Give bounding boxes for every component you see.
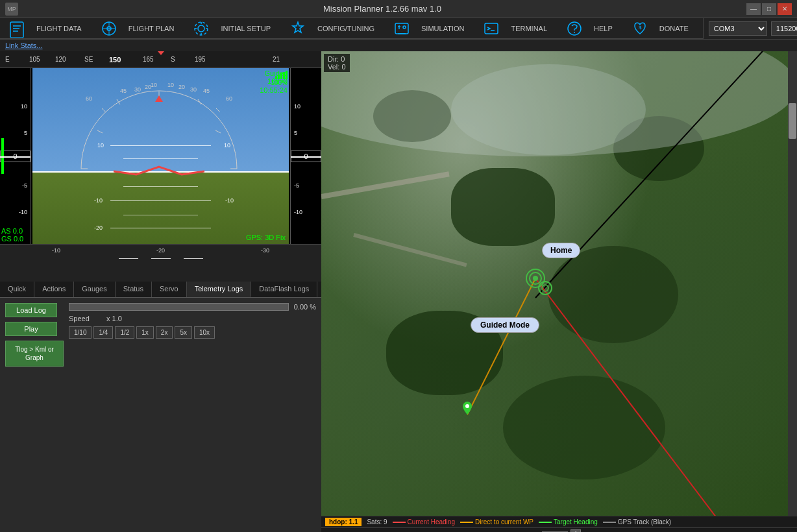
- progress-track[interactable]: [69, 303, 289, 311]
- menu-help[interactable]: HELP: [560, 17, 624, 40]
- legend-gps-track: GPS Track (Black): [603, 518, 671, 526]
- menu-flight-plan[interactable]: FLIGHT PLAN: [95, 17, 186, 40]
- svg-point-18: [403, 26, 406, 29]
- tab-status[interactable]: Status: [116, 282, 152, 297]
- load-log-button[interactable]: Load Log: [5, 303, 57, 317]
- speed-btn-1-2[interactable]: 1/2: [115, 326, 134, 339]
- pitch-neg20: [110, 228, 211, 228]
- tab-actions[interactable]: Actions: [34, 282, 74, 297]
- speed-btn-1-10[interactable]: 1/10: [69, 326, 92, 339]
- scrollbar-thumb[interactable]: [789, 103, 796, 139]
- menu-donate[interactable]: $ DONATE: [626, 17, 700, 40]
- tab-bar: Quick Actions Gauges Status Servo Teleme…: [0, 282, 321, 298]
- hdop-bar: hdop: 1.1 Sats: 9 Current Heading Direct…: [321, 516, 797, 527]
- svg-line-29: [216, 108, 220, 112]
- vel-display: Vel: 0: [328, 63, 346, 71]
- pitch-neg5: [123, 186, 198, 187]
- pitch-neg10: [110, 200, 211, 201]
- speed-btn-10x[interactable]: 10x: [194, 326, 215, 339]
- menu-label-flight-data[interactable]: FLIGHT DATA: [30, 22, 88, 35]
- menubar: FLIGHT DATA FLIGHT PLAN INITIAL SETUP CO…: [0, 18, 703, 39]
- map-scrollbar[interactable]: [788, 51, 797, 516]
- zoom-control: Zoom ▲ ▼: [521, 529, 581, 533]
- play-button[interactable]: Play: [5, 322, 57, 336]
- bottom-status-bar: 36.324384 138.639296 0.18 Tuning Auto Pa…: [321, 527, 797, 532]
- progress-percent: 0.00 %: [294, 303, 316, 311]
- tab-dataflash-logs[interactable]: DataFlash Logs: [251, 282, 317, 297]
- minimize-button[interactable]: —: [746, 3, 761, 15]
- signal-bar-2: [278, 75, 280, 79]
- signal-pct: 100%: [260, 79, 288, 86]
- speed-btn-5x[interactable]: 5x: [175, 326, 192, 339]
- menu-label-config[interactable]: CONFIG/TUNING: [311, 22, 381, 35]
- menu-label-terminal[interactable]: TERMINAL: [504, 22, 554, 35]
- pitch-label-neg10-right: -10: [225, 197, 234, 204]
- speed-btn-2x[interactable]: 2x: [156, 326, 173, 339]
- link-stats[interactable]: Link Stats...: [5, 42, 42, 49]
- tab-telemetry-logs[interactable]: Telemetry Logs: [187, 282, 252, 297]
- legend-line-current: [393, 522, 406, 523]
- svg-text:10: 10: [151, 82, 157, 88]
- h-line-1: [119, 258, 138, 259]
- donate-icon: $: [631, 19, 649, 38]
- menu-label-donate[interactable]: DONATE: [653, 22, 695, 35]
- h-line-3: [184, 258, 203, 259]
- heading-165: 165: [143, 56, 154, 63]
- heading-150: 150: [109, 56, 121, 64]
- tab-gauges[interactable]: Gauges: [74, 282, 116, 297]
- h-line-2: [151, 258, 171, 259]
- simulation-icon: [393, 19, 411, 38]
- speed-btn-1-4[interactable]: 1/4: [93, 326, 113, 339]
- com-port-select[interactable]: COM3: [709, 21, 767, 36]
- speed-btn-1x[interactable]: 1x: [136, 326, 154, 339]
- legend-current-heading: Current Heading: [393, 518, 455, 526]
- pitch-label-neg10-left: -10: [94, 197, 103, 204]
- alt-mark-10: 10: [294, 103, 300, 110]
- maximize-button[interactable]: □: [762, 3, 776, 15]
- heading-marker: [158, 51, 164, 55]
- menu-label-help[interactable]: HELP: [587, 22, 619, 35]
- map-panel: Home Guided Mode Dir: 0 Vel: 0 hdop: 1.1: [321, 51, 797, 532]
- svg-point-22: [574, 32, 575, 33]
- alt-tape: 0 10 5 -5 -10: [290, 68, 321, 244]
- close-button[interactable]: ✕: [778, 3, 792, 15]
- legend-label-target: Target Heading: [554, 518, 598, 526]
- speed-mark-neg5: -5: [22, 182, 27, 189]
- legend-label-direct: Direct to current WP: [475, 518, 533, 526]
- tlog-button[interactable]: Tlog > Kml orGraph: [5, 341, 64, 367]
- zoom-spinner: ▲ ▼: [570, 529, 581, 533]
- menu-initial-setup[interactable]: INITIAL SETUP: [187, 17, 282, 40]
- svg-point-52: [533, 276, 538, 281]
- legend-target-heading: Target Heading: [539, 518, 598, 526]
- map-area[interactable]: Home Guided Mode Dir: 0 Vel: 0: [321, 51, 797, 516]
- menu-flight-data[interactable]: FLIGHT DATA: [3, 17, 93, 40]
- signal-bar-4: [283, 72, 285, 79]
- bottom-pitch-labels: -10 -20 -30: [4, 247, 317, 254]
- menu-label-simulation[interactable]: SIMULATION: [415, 22, 471, 35]
- svg-line-48: [535, 278, 737, 516]
- tab-quick[interactable]: Quick: [0, 282, 34, 297]
- heading-tape: E 105 120 SE 150 165 S 195 21: [0, 51, 321, 68]
- instrument-bottom-strip: -10 -20 -30: [0, 244, 321, 282]
- menu-terminal[interactable]: TERMINAL: [477, 17, 559, 40]
- aircraft-symbol: [114, 162, 204, 181]
- legend-line-gps: [603, 522, 616, 523]
- svg-text:10: 10: [167, 82, 174, 88]
- instrument-display: E 105 120 SE 150 165 S 195 21 10 10: [0, 51, 321, 282]
- alt-mark-neg5: -5: [294, 182, 299, 189]
- sats-display: Sats: 9: [367, 518, 387, 526]
- config-tuning-icon: [289, 19, 307, 38]
- speed-mark-10: 10: [21, 103, 27, 110]
- tab-servo[interactable]: Servo: [152, 282, 187, 297]
- zoom-up-button[interactable]: ▲: [570, 529, 581, 533]
- speed-mark-neg10: -10: [19, 209, 27, 215]
- baud-rate-select[interactable]: 115200: [771, 21, 797, 36]
- svg-text:60: 60: [86, 95, 92, 102]
- menu-label-flight-plan[interactable]: FLIGHT PLAN: [122, 22, 181, 35]
- menu-simulation[interactable]: SIMULATION: [387, 17, 476, 40]
- menu-config-tuning[interactable]: CONFIG/TUNING: [284, 17, 386, 40]
- svg-line-34: [97, 130, 103, 133]
- initial-setup-icon: [192, 19, 210, 38]
- menu-label-initial-setup[interactable]: INITIAL SETUP: [214, 22, 277, 35]
- pitch-label-neg20-left: -20: [94, 224, 103, 231]
